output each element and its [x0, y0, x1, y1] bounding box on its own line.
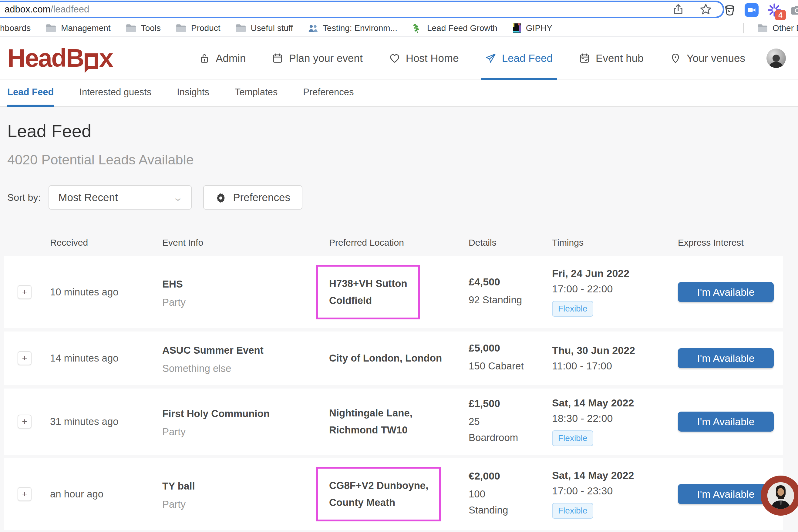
details-cell: £5,000 150 Cabaret [469, 342, 552, 374]
bucket-extension-icon[interactable] [723, 4, 736, 16]
event-name: ASUC Summer Event [162, 342, 329, 358]
tab-preferences[interactable]: Preferences [303, 87, 354, 106]
im-available-button[interactable]: I'm Available [678, 484, 774, 504]
timings-cell: Sat, 14 May 2022 18:30 - 22:00 Flexible [552, 397, 678, 446]
bookmarks-bar: hboards Management Tools Product Useful … [0, 20, 798, 37]
bookmark-lead-feed-growth[interactable]: Lead Feed Growth [412, 23, 497, 34]
event-info-cell: EHS Party [162, 276, 329, 308]
calendar-check-icon [579, 53, 590, 64]
gear-icon [215, 192, 226, 203]
bookmark-other-bookmarks[interactable]: Other Bo [743, 23, 798, 33]
column-header-received: Received [50, 238, 162, 248]
table-row: + an hour ago TY ball Party CG8F+V2 Dunb… [4, 458, 783, 530]
bookmark-dashboards[interactable]: hboards [0, 23, 31, 33]
site-header: HeadBx Admin Plan your event Host Home L… [0, 37, 798, 80]
event-time-range: 18:30 - 22:00 [552, 413, 678, 424]
expand-row-button[interactable]: + [18, 487, 32, 501]
browser-toolbar: adbox.com/leadfeed 4 [0, 0, 798, 20]
tab-templates[interactable]: Templates [235, 87, 278, 106]
event-type: Party [162, 426, 329, 438]
table-header-row: Received Event Info Preferred Location D… [4, 238, 783, 248]
location-highlight-box: H738+VH Sutton Coldfield [316, 265, 420, 319]
column-header-event-info: Event Info [162, 238, 329, 248]
user-avatar[interactable] [766, 49, 786, 68]
share-icon[interactable] [672, 3, 685, 16]
column-header-timings: Timings [552, 238, 678, 248]
folder-icon [125, 23, 137, 33]
im-available-button[interactable]: I'm Available [678, 282, 774, 302]
event-date: Fri, 24 Jun 2022 [552, 267, 678, 279]
tab-insights[interactable]: Insights [177, 87, 209, 106]
main-content: Lead Feed 4020 Potential Leads Available… [0, 107, 798, 532]
expand-row-button[interactable]: + [18, 351, 32, 365]
nav-item-lead-feed[interactable]: Lead Feed [485, 37, 553, 79]
details-cell: €2,000 100 Standing [469, 470, 552, 518]
event-name: First Holy Communion [162, 406, 329, 421]
starburst-extension-icon[interactable]: 4 [767, 3, 782, 17]
expand-row-button[interactable]: + [18, 285, 32, 299]
bookmark-product[interactable]: Product [175, 23, 221, 33]
nav-item-event-hub[interactable]: Event hub [579, 37, 644, 79]
address-bar[interactable]: adbox.com/leadfeed [0, 1, 724, 18]
bookmark-management[interactable]: Management [45, 23, 110, 33]
nav-item-your-venues[interactable]: Your venues [670, 37, 745, 79]
expand-row-button[interactable]: + [18, 415, 32, 429]
bookmark-giphy[interactable]: GIPHY [512, 22, 552, 34]
nav-item-admin[interactable]: Admin [199, 37, 246, 79]
url-text: adbox.com/leadfeed [4, 4, 89, 15]
page-title: Lead Feed [7, 121, 798, 141]
nav-item-host-home[interactable]: Host Home [389, 37, 459, 79]
preferred-location-cell: Nightingale Lane, Richmond TW10 [329, 405, 469, 439]
received-cell: 14 minutes ago [50, 353, 162, 364]
event-date: Sat, 14 May 2022 [552, 397, 678, 409]
bookmark-useful-stuff[interactable]: Useful stuff [235, 23, 293, 33]
details-cell: £1,500 25 Boardroom [469, 398, 552, 446]
headbox-logo[interactable]: HeadBx [7, 47, 113, 70]
timings-cell: Fri, 24 Jun 2022 17:00 - 22:00 Flexible [552, 267, 678, 317]
budget-value: €2,000 [469, 470, 552, 482]
tab-lead-feed[interactable]: Lead Feed [7, 87, 54, 106]
event-time-range: 17:00 - 22:00 [552, 283, 678, 295]
event-type: Party [162, 297, 329, 308]
folder-icon [175, 23, 187, 33]
giphy-logo-icon [512, 22, 522, 34]
sub-nav: Lead Feed Interested guests Insights Tem… [0, 80, 798, 107]
sort-dropdown[interactable]: Most Recent ⌄ [49, 185, 192, 210]
sort-by-label: Sort by: [7, 192, 41, 203]
details-cell: £4,500 92 Standing [469, 276, 552, 308]
bookmark-testing-environment[interactable]: Testing: Environm... [307, 23, 397, 33]
bookmark-star-icon[interactable] [699, 3, 712, 16]
im-available-button[interactable]: I'm Available [678, 348, 774, 368]
tab-interested-guests[interactable]: Interested guests [79, 87, 151, 106]
express-interest-cell: I'm Available [678, 412, 782, 432]
capacity-value: 100 Standing [469, 486, 552, 518]
flexible-badge: Flexible [552, 503, 593, 519]
received-cell: an hour ago [50, 488, 162, 500]
heart-icon [389, 53, 400, 64]
event-info-cell: ASUC Summer Event Something else [162, 342, 329, 374]
budget-value: £1,500 [469, 398, 552, 410]
webcam-overlay-bubble[interactable] [761, 476, 798, 516]
bookmark-tools[interactable]: Tools [125, 23, 161, 33]
column-header-express-interest: Express Interest [678, 238, 782, 248]
lead-feed-table: Received Event Info Preferred Location D… [0, 238, 798, 532]
preferences-button[interactable]: Preferences [203, 185, 302, 210]
im-available-button[interactable]: I'm Available [678, 412, 774, 432]
event-date: Sat, 14 May 2022 [552, 470, 678, 481]
event-info-cell: TY ball Party [162, 478, 329, 510]
map-pin-icon [670, 53, 681, 64]
nav-item-plan-your-event[interactable]: Plan your event [272, 37, 362, 79]
table-row: + 14 minutes ago ASUC Summer Event Somet… [4, 331, 783, 385]
logo-box-glyph [84, 53, 98, 69]
leads-count-subtitle: 4020 Potential Leads Available [7, 152, 798, 168]
herb-leaf-icon [412, 23, 423, 34]
event-type: Something else [162, 363, 329, 374]
capacity-value: 25 Boardroom [469, 414, 552, 446]
camera-extension-icon[interactable] [790, 3, 798, 17]
zoom-extension-icon[interactable] [745, 3, 759, 17]
location-text: Nightingale Lane, Richmond TW10 [329, 405, 413, 439]
table-row: + 10 minutes ago EHS Party H738+VH Sutto… [4, 256, 783, 328]
received-cell: 31 minutes ago [50, 416, 162, 428]
lock-icon [199, 53, 210, 64]
sort-row: Sort by: Most Recent ⌄ Preferences [7, 185, 798, 210]
